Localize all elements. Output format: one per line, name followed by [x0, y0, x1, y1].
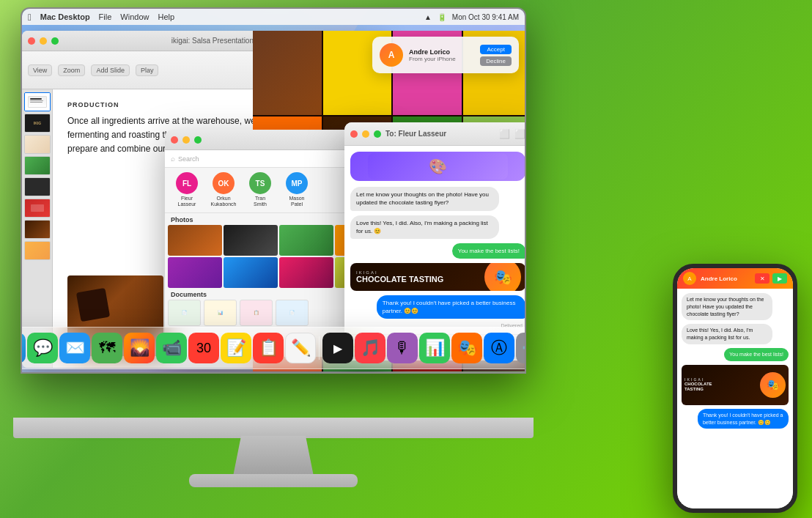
menubar-left:  Mac Desktop File Window Help [28, 12, 174, 23]
photo-thumb-7[interactable] [279, 257, 333, 288]
dock-divider [319, 336, 320, 360]
contact-item-orkun[interactable]: OK OrkunKukabonch [207, 172, 240, 208]
contact-avatar-mason: MP [286, 172, 308, 194]
bubble-text-1: Let me know your thoughts on the photo! … [356, 190, 493, 207]
iphone-card-avatar: 🎭 [760, 372, 786, 398]
iphone-contact-name: Andre Lorico [701, 275, 750, 282]
apple-logo-icon:  [28, 12, 32, 23]
search-input[interactable]: Search [178, 155, 199, 163]
dock-icon-photos[interactable]: 🌄 [124, 333, 155, 363]
window-close-button[interactable] [28, 37, 35, 45]
slide-thumb-2[interactable]: IKIG [24, 114, 51, 133]
dock-icon-safari[interactable]: 🧭 [22, 333, 26, 363]
menu-help[interactable]: Help [158, 12, 174, 21]
dock-icon-numbers[interactable]: 📊 [419, 333, 450, 363]
menu-window[interactable]: Window [120, 12, 149, 21]
mac-desktop:  Mac Desktop File Window Help ▲ 🔋 Mon O… [22, 9, 525, 372]
dock-icon-facetime[interactable]: 📹 [156, 333, 187, 363]
doc-thumb-1[interactable]: 📄 [168, 300, 201, 326]
contact-name-orkun: OrkunKukabonch [210, 196, 236, 208]
docs-label: Documents [171, 291, 207, 298]
slide-thumb-7[interactable] [24, 220, 51, 239]
chat-bubble-received-3: Thank you! I couldn't have picked a bett… [377, 295, 525, 319]
chat-video-icon[interactable]: ⬜ [499, 129, 510, 139]
dock-icon-freeform[interactable]: ✏️ [285, 333, 316, 363]
notification-decline-button[interactable]: Decline [480, 56, 512, 66]
chat-expand-icon[interactable]: ⬜ [514, 129, 525, 139]
iphone-end-call-button[interactable]: ✕ [755, 273, 769, 284]
chat-bubble-received-2: Love this! Yes, I did. Also, I'm making … [350, 215, 499, 239]
window-maximize-button[interactable] [51, 37, 59, 45]
freeform-icon: ✏️ [291, 338, 311, 358]
slide-thumb-4[interactable] [24, 156, 51, 175]
toolbar-add-slide-button[interactable]: Add Slide [91, 64, 130, 76]
slide-thumb-3[interactable] [24, 135, 51, 154]
dock-icon-music[interactable]: 🎵 [355, 333, 385, 363]
photo-thumb-5[interactable] [168, 257, 222, 288]
dock-icon-podcasts[interactable]: 🎙 [387, 333, 418, 363]
photos-label: Photos [171, 216, 193, 223]
slide-thumb-1[interactable] [24, 92, 51, 111]
notification-banner: A Andre Lorico From your iPhone Accept D… [372, 37, 519, 73]
monitor-stand [233, 436, 314, 476]
mail-icon: ✉️ [65, 338, 85, 358]
iphone-contact-avatar: A [683, 272, 696, 285]
toolbar-zoom-button[interactable]: Zoom [58, 64, 85, 76]
menu-keynote[interactable]: Mac Desktop [40, 12, 90, 21]
messages-maximize-button[interactable] [194, 136, 202, 144]
dock-icon-maps[interactable]: 🗺 [92, 333, 122, 363]
iphone: A Andre Lorico ✕ ▶ Let me know your thou… [673, 264, 797, 513]
numbers-icon: 📊 [425, 338, 445, 358]
chat-bubble-sent-1: You make the best lists! [452, 243, 525, 259]
chat-recipient: To: Fleur Lasseur [385, 130, 495, 138]
slide-thumb-8[interactable] [24, 241, 51, 260]
dock-icon-mail[interactable]: ✉️ [59, 333, 90, 363]
photo-thumb-3[interactable] [279, 225, 333, 256]
doc-thumb-3[interactable]: 📋 [240, 300, 273, 326]
chat-minimize-button[interactable] [362, 130, 369, 138]
dock-icon-messages[interactable]: 💬 [27, 333, 58, 363]
slide-thumb-5[interactable] [24, 177, 51, 196]
chat-messages-area: 🎨 Let me know your thoughts on the photo… [344, 146, 525, 334]
toolbar-play-button[interactable]: Play [136, 64, 159, 76]
chat-photo-attachment: 🎨 [350, 152, 525, 181]
chat-window: To: Fleur Lasseur ⬜ ⬜ 🎨 Let me kn [344, 122, 525, 360]
podcasts-icon: 🎙 [394, 338, 410, 358]
keynote-slides-sidebar: IKIG [22, 89, 53, 368]
contact-item-mason[interactable]: MP MasonPatel [281, 172, 313, 208]
keynote-icon: 🎭 [457, 338, 477, 358]
contact-name-mason: MasonPatel [289, 196, 304, 208]
notification-actions: Accept Decline [480, 45, 512, 66]
iphone-audio-button[interactable]: ▶ [772, 273, 787, 284]
messages-minimize-button[interactable] [182, 136, 190, 144]
notification-content: Andre Lorico From your iPhone [409, 48, 474, 62]
menu-file[interactable]: File [99, 12, 112, 21]
photo-thumb-6[interactable] [224, 257, 278, 288]
contact-item-tran[interactable]: TS TranSmith [244, 172, 276, 208]
messages-icon: 💬 [33, 338, 53, 358]
dock-icon-appstore[interactable]: Ⓐ [484, 333, 514, 363]
messages-close-button[interactable] [171, 136, 178, 144]
dock-icon-notes[interactable]: 📝 [221, 333, 251, 363]
contact-item-fleur[interactable]: FL FleurLasseur [171, 172, 203, 208]
photo-thumb-1[interactable] [168, 225, 222, 256]
photo-thumb-2[interactable] [224, 225, 278, 256]
window-minimize-button[interactable] [40, 37, 47, 45]
toolbar-view-button[interactable]: View [28, 64, 52, 76]
dock-icon-settings[interactable]: ⚙️ [516, 333, 525, 363]
dock-icon-appletv[interactable]: ▶ [322, 333, 353, 363]
dock-icon-calendar[interactable]: 30 [188, 333, 219, 363]
settings-icon: ⚙️ [522, 338, 525, 358]
wifi-icon: ▲ [424, 13, 432, 21]
chat-maximize-button[interactable] [374, 130, 381, 138]
slide-thumb-6[interactable] [24, 199, 51, 218]
contact-avatar-fleur: FL [176, 172, 198, 194]
notification-accept-button[interactable]: Accept [480, 45, 512, 54]
dock-icon-keynote[interactable]: 🎭 [451, 333, 482, 363]
doc-thumb-4[interactable]: 📄 [276, 300, 309, 326]
chat-close-button[interactable] [350, 130, 358, 138]
contact-name-tran: TranSmith [254, 196, 267, 208]
choc-cell-1 [253, 31, 322, 115]
doc-thumb-2[interactable]: 📊 [204, 300, 237, 326]
dock-icon-reminders[interactable]: 📋 [253, 333, 284, 363]
